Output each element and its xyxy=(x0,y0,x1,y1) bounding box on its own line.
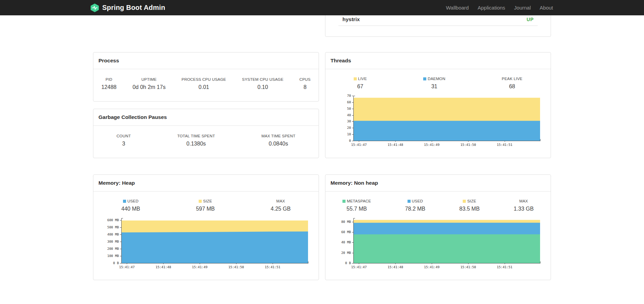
svg-text:15:41:48: 15:41:48 xyxy=(387,143,403,147)
used-swatch xyxy=(123,200,126,203)
svg-text:15:41:48: 15:41:48 xyxy=(155,265,171,269)
legend-value: 78.2 MB xyxy=(405,206,426,212)
svg-text:15:41:49: 15:41:49 xyxy=(192,265,208,269)
svg-text:80 MB: 80 MB xyxy=(341,220,351,224)
legend-value: 31 xyxy=(423,83,445,90)
svg-text:15:41:50: 15:41:50 xyxy=(228,265,244,269)
legend-value: 83.5 MB xyxy=(459,206,480,212)
memory-heap-panel-title: Memory: Heap xyxy=(93,175,319,192)
legend-nonheap-max: MAX 1.33 GB xyxy=(513,199,534,212)
gc-stats: COUNT 3 TOTAL TIME SPENT 0.1380s MAX TIM… xyxy=(93,134,319,147)
legend-heap-used: USED 440 MB xyxy=(121,199,140,212)
svg-text:500 MB: 500 MB xyxy=(107,225,119,229)
stat-label: PROCESS CPU USAGE xyxy=(182,77,226,81)
svg-text:30: 30 xyxy=(347,119,351,123)
stat-label: CPUS xyxy=(300,77,311,81)
svg-text:60: 60 xyxy=(347,100,351,104)
stat-label: TOTAL TIME SPENT xyxy=(177,134,215,138)
process-panel: Process PID 12488 UPTIME 0d 0h 2m 17s PR… xyxy=(93,52,319,102)
svg-text:15:41:47: 15:41:47 xyxy=(351,265,367,269)
svg-text:15:41:50: 15:41:50 xyxy=(460,143,476,147)
legend-value: 4.25 GB xyxy=(271,206,291,212)
legend-live: LIVE 67 xyxy=(354,77,367,90)
legend-label: SIZE xyxy=(203,199,212,203)
gc-panel: Garbage Collection Pauses COUNT 3 TOTAL … xyxy=(93,109,319,158)
stat-value: 0.10 xyxy=(242,84,283,90)
legend-label: SIZE xyxy=(467,199,476,203)
left-column: Process PID 12488 UPTIME 0d 0h 2m 17s PR… xyxy=(93,15,319,280)
brand[interactable]: Spring Boot Admin xyxy=(90,3,165,12)
process-stats: PID 12488 UPTIME 0d 0h 2m 17s PROCESS CP… xyxy=(93,77,319,90)
svg-text:15:41:48: 15:41:48 xyxy=(387,265,403,269)
stat-value: 0.0840s xyxy=(261,141,295,147)
memory-nonheap-panel: Memory: Non heap METASPACE 55.7 MB USED … xyxy=(325,174,551,280)
threads-panel: Threads LIVE 67 DAEMON 31 PEAK LIVE 68 xyxy=(325,52,551,158)
legend-value: 68 xyxy=(502,83,523,90)
svg-text:40: 40 xyxy=(347,113,351,117)
legend-value: 67 xyxy=(354,83,367,90)
svg-text:50: 50 xyxy=(347,107,351,110)
application-status-badge: UP xyxy=(527,17,534,22)
stat-process-cpu: PROCESS CPU USAGE 0.01 xyxy=(182,77,226,90)
legend-nonheap-used: USED 78.2 MB xyxy=(405,199,426,212)
memory-heap-panel: Memory: Heap USED 440 MB SIZE 597 MB MAX… xyxy=(93,174,319,280)
stat-label: SYSTEM CPU USAGE xyxy=(242,77,283,81)
live-swatch xyxy=(354,77,357,80)
legend-heap-max: MAX 4.25 GB xyxy=(271,199,291,212)
svg-text:20 MB: 20 MB xyxy=(341,251,351,255)
legend-value: 55.7 MB xyxy=(342,206,371,212)
legend-heap-size: SIZE 597 MB xyxy=(196,199,215,212)
right-column: hystrix UP Threads LIVE 67 DAEMON 31 xyxy=(325,15,551,280)
used-swatch xyxy=(408,200,411,203)
stat-label: MAX TIME SPENT xyxy=(261,134,295,138)
heap-legend: USED 440 MB SIZE 597 MB MAX 4.25 GB xyxy=(93,199,319,212)
top-spacer xyxy=(93,15,319,52)
brand-title: Spring Boot Admin xyxy=(102,4,165,12)
stat-value: 0d 0h 2m 17s xyxy=(133,84,166,90)
stat-system-cpu: SYSTEM CPU USAGE 0.10 xyxy=(242,77,283,90)
svg-text:400 MB: 400 MB xyxy=(107,232,119,236)
nav-item-applications[interactable]: Applications xyxy=(473,5,510,11)
navbar: Spring Boot Admin Wallboard Applications… xyxy=(0,0,644,15)
svg-text:15:41:51: 15:41:51 xyxy=(496,143,512,147)
svg-text:200 MB: 200 MB xyxy=(107,247,119,250)
svg-text:0 B: 0 B xyxy=(113,261,119,265)
nav-item-about[interactable]: About xyxy=(535,5,554,11)
nav-item-journal[interactable]: Journal xyxy=(510,5,535,11)
legend-label: USED xyxy=(412,199,423,203)
legend-label: LIVE xyxy=(358,77,367,81)
threads-chart: 01020304050607015:41:4715:41:4815:41:491… xyxy=(334,94,542,148)
legend-label: USED xyxy=(127,199,139,203)
stat-cpus: CPUS 8 xyxy=(300,77,311,90)
legend-metaspace: METASPACE 55.7 MB xyxy=(342,199,371,212)
svg-text:15:41:47: 15:41:47 xyxy=(119,265,135,269)
main-content: Process PID 12488 UPTIME 0d 0h 2m 17s PR… xyxy=(93,15,551,280)
stat-gc-max-time: MAX TIME SPENT 0.0840s xyxy=(261,134,295,147)
legend-nonheap-size: SIZE 83.5 MB xyxy=(459,199,480,212)
stat-pid: PID 12488 xyxy=(101,77,117,90)
application-name-link[interactable]: hystrix xyxy=(342,16,360,22)
svg-text:300 MB: 300 MB xyxy=(107,240,119,243)
nav-item-wallboard[interactable]: Wallboard xyxy=(442,5,473,11)
svg-text:15:41:49: 15:41:49 xyxy=(424,143,440,147)
svg-text:70: 70 xyxy=(347,94,351,97)
stat-label: COUNT xyxy=(117,134,131,138)
svg-text:0: 0 xyxy=(349,139,351,142)
threads-panel-title: Threads xyxy=(325,52,551,69)
legend-peak-live: PEAK LIVE 68 xyxy=(502,77,523,90)
size-swatch xyxy=(199,200,202,203)
stat-value: 0.1380s xyxy=(177,141,215,147)
legend-label: DAEMON xyxy=(428,77,445,81)
legend-daemon: DAEMON 31 xyxy=(423,77,445,90)
svg-text:20: 20 xyxy=(347,126,351,130)
threads-legend: LIVE 67 DAEMON 31 PEAK LIVE 68 xyxy=(325,77,551,90)
svg-text:15:41:51: 15:41:51 xyxy=(264,265,280,269)
svg-text:40 MB: 40 MB xyxy=(341,240,351,244)
nav-links: Wallboard Applications Journal About xyxy=(442,5,554,11)
metaspace-swatch xyxy=(342,200,346,203)
legend-label: MAX xyxy=(276,199,285,203)
svg-text:15:41:50: 15:41:50 xyxy=(460,265,476,269)
spring-boot-admin-logo-icon xyxy=(90,3,99,12)
gc-panel-title: Garbage Collection Pauses xyxy=(93,109,319,126)
legend-value: 597 MB xyxy=(196,206,215,212)
